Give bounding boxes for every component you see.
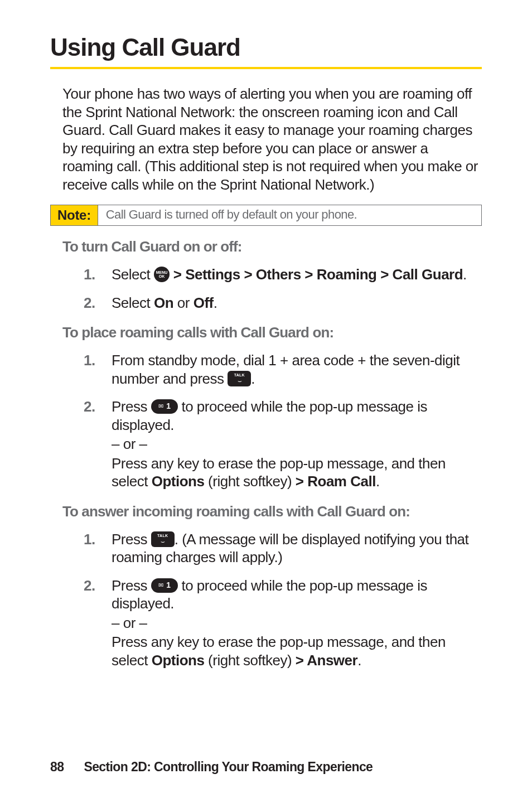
one-key-icon: ✉1 [151,399,178,414]
step-dial: From standby mode, dial 1 + area code + … [84,351,482,388]
talk-key-icon: TALK⌣ [151,531,175,547]
step-select-on-off: Select On or Off. [84,294,482,312]
note-box: Note: Call Guard is turned off by defaul… [50,205,482,226]
page-footer: 88Section 2D: Controlling Your Roaming E… [50,760,373,775]
menu-ok-icon: MENUOK [154,267,170,282]
nav-path: > Settings > Others > Roaming > Call Gua… [170,266,463,283]
or-separator: – or – [112,435,482,453]
intro-paragraph: Your phone has two ways of alerting you … [62,85,482,194]
note-text: Call Guard is turned off by default on y… [98,205,365,225]
subhead-answer-calls: To answer incoming roaming calls with Ca… [62,503,482,520]
steps-turn-on-off: Select MENUOK > Settings > Others > Roam… [84,265,482,312]
steps-place-calls: From standby mode, dial 1 + area code + … [84,351,482,491]
step-press-one-place: Press ✉1 to proceed while the pop-up mes… [84,398,482,491]
section-label: Section 2D: Controlling Your Roaming Exp… [84,760,373,774]
option-off: Off [194,294,214,311]
subhead-place-calls: To place roaming calls with Call Guard o… [62,324,482,341]
answer-option: > Answer [296,652,357,669]
page-number: 88 [50,760,64,775]
option-on: On [154,294,173,311]
talk-key-icon: TALK⌣ [228,371,251,386]
step-select-nav: Select MENUOK > Settings > Others > Roam… [84,265,482,284]
step-press-one-answer: Press ✉1 to proceed while the pop-up mes… [84,577,482,670]
options-softkey: Options [152,473,205,490]
subhead-turn-on-off: To turn Call Guard on or off: [62,238,482,255]
note-label: Note: [51,205,98,225]
page-title: Using Call Guard [50,33,482,69]
step-press-talk: Press TALK⌣. (A message will be displaye… [84,530,482,567]
or-separator: – or – [112,614,482,632]
options-softkey: Options [152,652,205,669]
one-key-icon: ✉1 [151,578,178,593]
steps-answer-calls: Press TALK⌣. (A message will be displaye… [84,530,482,670]
roam-call-option: > Roam Call [296,473,376,490]
